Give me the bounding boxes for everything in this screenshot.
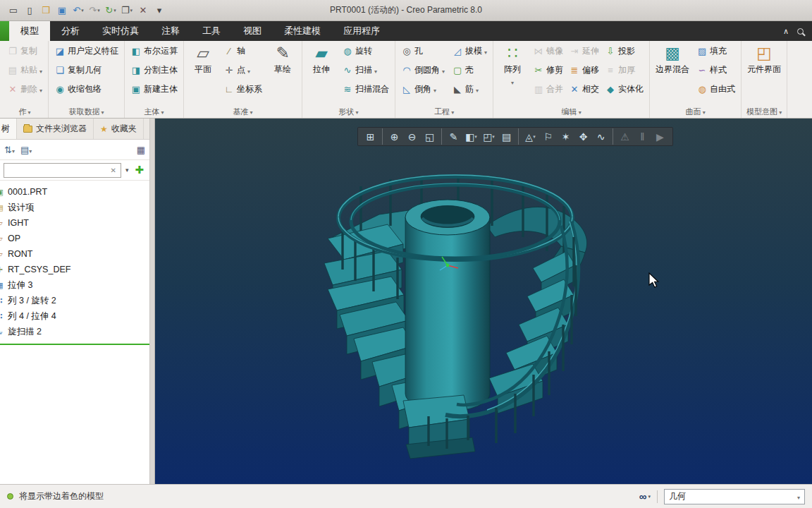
search-commands-icon[interactable]	[797, 28, 804, 35]
customize-qat-button[interactable]: ▾	[152, 3, 167, 18]
ribbon-tab[interactable]: 柔性建模	[273, 21, 332, 41]
tree-item[interactable]: 旋扫描 2	[0, 324, 149, 339]
sweep-button[interactable]: ∿扫描	[339, 61, 392, 80]
tab-model-tree[interactable]: 树	[0, 119, 17, 139]
datum-display-icon[interactable]: ◬	[518, 128, 539, 145]
panel-resize-handle[interactable]	[150, 119, 155, 484]
saved-orientations-icon[interactable]: ◰	[480, 128, 498, 145]
rib-button[interactable]: ◣筋	[449, 80, 490, 99]
refit-icon[interactable]: ◱	[421, 128, 438, 145]
clear-search-icon[interactable]: ✕	[109, 167, 118, 174]
zoom-out-icon[interactable]: ⊖	[403, 128, 421, 145]
fill-button[interactable]: ▨填充	[694, 42, 738, 61]
coordinate-system-button[interactable]: ∟坐标系	[221, 80, 265, 99]
group-label-get-data[interactable]: 获取数据	[51, 107, 121, 118]
zoom-region-icon[interactable]: ⊞	[362, 128, 379, 145]
sketch-button[interactable]: ✎草绘	[266, 42, 299, 75]
paste-button[interactable]: ▤粘贴	[4, 61, 45, 80]
graphics-viewport[interactable]: ⊞ ⊕ ⊖ ◱ ✎ ◧ ◰ ▤ ◬ ⚐ ✶ ✥ ∿ ⚠ ‖ ▶	[155, 119, 812, 484]
merge-button[interactable]: ▥合并	[530, 80, 566, 99]
tree-item[interactable]: 列 3 / 旋转 2	[0, 293, 149, 308]
regenerate-button[interactable]: ↻	[103, 3, 118, 18]
component-interface-button[interactable]: ◰元件界面	[744, 42, 784, 75]
group-label-editing[interactable]: 编辑	[496, 107, 646, 118]
tree-search-input[interactable]	[6, 165, 109, 175]
spin-center-icon[interactable]: ✶	[557, 128, 574, 145]
group-label-shapes[interactable]: 形状	[305, 107, 392, 118]
split-body-button[interactable]: ◨分割主体	[128, 61, 180, 80]
pattern-button[interactable]: ∷阵列	[496, 42, 529, 87]
redo-button[interactable]: ↷	[87, 3, 102, 18]
project-button[interactable]: ⇩投影	[602, 42, 646, 61]
datum-plane-button[interactable]: ▱平面	[187, 42, 219, 75]
ribbon-tab[interactable]: 视图	[232, 21, 273, 41]
copy-geometry-button[interactable]: ❏复制几何	[51, 61, 121, 80]
chamfer-button[interactable]: ◺倒角	[398, 80, 448, 99]
revolve-button[interactable]: ◍旋转	[339, 42, 392, 61]
display-options-button[interactable]: ▤	[20, 145, 32, 155]
tree-item[interactable]: IGHT	[0, 215, 149, 231]
undo-button[interactable]: ↶	[70, 3, 86, 18]
warning-icon[interactable]: ⚠	[613, 128, 634, 145]
datum-point-button[interactable]: ✛点	[221, 61, 265, 80]
view-manager-icon[interactable]: ▤	[498, 128, 515, 145]
mirror-button[interactable]: ⋈镜像	[530, 42, 566, 61]
group-label-datum[interactable]: 基准	[187, 107, 299, 118]
offset-button[interactable]: ≣偏移	[566, 61, 602, 80]
tab-folder-browser[interactable]: 文件夹浏览器	[17, 119, 94, 139]
tree-item[interactable]: 拉伸 3	[0, 277, 149, 293]
copy-button[interactable]: ❐复制	[4, 42, 45, 61]
tree-settings-button[interactable]: ▦	[137, 145, 145, 155]
trim-button[interactable]: ✂修剪	[530, 61, 566, 80]
style-button[interactable]: ∽样式	[694, 61, 738, 80]
ribbon-tab[interactable]: 模型	[9, 21, 50, 41]
show-options-button[interactable]: ⇅	[4, 145, 15, 155]
find-tool-button[interactable]: ∞	[639, 490, 651, 502]
ribbon-tab[interactable]: 分析	[50, 21, 91, 41]
windows-button[interactable]: ❐	[119, 3, 135, 18]
delete-button[interactable]: ✕删除	[4, 80, 45, 99]
extend-button[interactable]: ⇥延伸	[566, 42, 602, 61]
freestyle-button[interactable]: ◍自由式	[694, 80, 738, 99]
drag-components-icon[interactable]: ✥	[574, 128, 592, 145]
hole-button[interactable]: ◎孔	[398, 42, 448, 61]
repaint-icon[interactable]: ✎	[441, 128, 462, 145]
udf-button[interactable]: ◪用户定义特征	[51, 42, 121, 61]
open-button[interactable]: ❒	[38, 3, 54, 18]
intersect-button[interactable]: ✕相交	[566, 80, 602, 99]
group-label-engineering[interactable]: 工程	[398, 107, 490, 118]
zoom-in-icon[interactable]: ⊕	[382, 128, 403, 145]
display-style-icon[interactable]: ◧	[462, 128, 480, 145]
ribbon-tab[interactable]: 工具	[191, 21, 232, 41]
group-label-operations[interactable]: 作	[4, 107, 45, 118]
ribbon-tab[interactable]: 应用程序	[332, 21, 391, 41]
selection-filter[interactable]: 几何	[664, 489, 805, 504]
new-file-button[interactable]: ▯	[22, 3, 37, 18]
file-menu-button[interactable]	[0, 21, 9, 41]
shrinkwrap-button[interactable]: ◉收缩包络	[51, 80, 121, 99]
datum-axis-button[interactable]: ∕轴	[221, 42, 265, 61]
group-label-model-intent[interactable]: 模型意图	[744, 107, 784, 118]
swept-blend-button[interactable]: ≋扫描混合	[339, 80, 392, 99]
play-icon[interactable]: ▶	[651, 128, 669, 145]
group-label-surfaces[interactable]: 曲面	[653, 107, 738, 118]
analysis-icon[interactable]: ∿	[592, 128, 610, 145]
add-search-button[interactable]: ✚	[135, 164, 144, 176]
solidify-button[interactable]: ◆实体化	[602, 80, 646, 99]
tree-item[interactable]: 列 4 / 拉伸 4	[0, 308, 149, 324]
draft-button[interactable]: ◿拔模	[449, 42, 490, 61]
tree-item[interactable]: OP	[0, 231, 149, 246]
pause-icon[interactable]: ‖	[634, 128, 651, 145]
tree-item[interactable]: 设计项	[0, 200, 149, 215]
round-button[interactable]: ◠倒圆角	[398, 61, 448, 80]
spiral-staircase-model[interactable]	[324, 175, 587, 459]
group-label-body[interactable]: 主体	[128, 107, 180, 118]
thicken-button[interactable]: ≡加厚	[602, 61, 646, 80]
new-body-button[interactable]: ▣新建主体	[128, 80, 180, 99]
tree-item[interactable]: RONT	[0, 246, 149, 262]
search-options-chevron[interactable]: ▾	[124, 167, 130, 174]
save-button[interactable]: ▣	[54, 3, 70, 18]
boundary-blend-button[interactable]: ▩边界混合	[653, 42, 692, 75]
shell-button[interactable]: ▢壳	[449, 61, 490, 80]
collapse-ribbon-icon[interactable]: ∧	[783, 27, 789, 36]
